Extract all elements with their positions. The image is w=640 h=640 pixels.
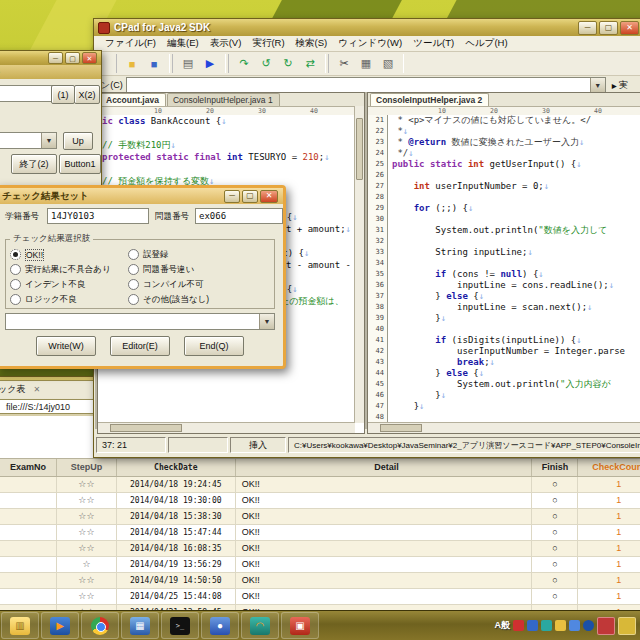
code-line: 31 System.out.println("数値を入力して [368,225,640,236]
media-player-icon[interactable]: ▶ [41,612,79,639]
code-line: 43 break;↓ [368,357,640,368]
menu-item-1[interactable]: 編集(E) [162,36,204,51]
compile-icon[interactable]: ▤ [178,54,198,73]
maximize-button[interactable]: ▢ [599,21,618,35]
cpad-titlebar[interactable]: CPad for Java2 SDK ─ ▢ ✕ [94,19,640,36]
left-editor-tabs: Account.java ConsoleInputHelper.java 1 [98,93,364,107]
app-icon [98,22,110,34]
cut-icon[interactable]: ✂ [334,54,354,73]
left-editor-vscrollbar[interactable] [354,106,364,423]
code-line [98,127,355,139]
ng-button[interactable]: X(2) [74,85,100,104]
blue-app-icon[interactable]: ● [201,612,239,639]
teal-app-icon[interactable]: ◠ [241,612,279,639]
tab-account-java[interactable]: Account.java [100,93,166,106]
tray-icon[interactable] [513,620,524,631]
network-computer-icon[interactable]: ▦ [121,612,159,639]
combo-dropdown-icon[interactable]: ▼ [590,78,605,92]
radio-left-1[interactable]: 実行結果に不具合あり [10,262,128,277]
database-combobox[interactable]: ▼ [0,132,57,149]
code-line: 34 [368,258,640,269]
open-folder-icon[interactable]: ■ [122,54,142,73]
copy-icon[interactable]: ▦ [356,54,376,73]
tray-icon[interactable] [583,620,594,631]
question-no-field[interactable]: ex066 [195,208,283,224]
up-button[interactable]: Up [63,132,93,150]
address-url: file:///S:/14jy010 [6,402,70,412]
taskbar-button[interactable] [618,617,636,635]
menu-item-7[interactable]: ヘルプ(H) [460,36,512,51]
check-count: 1 [578,557,640,572]
minimize-button[interactable]: ─ [48,52,63,64]
command-prompt-icon[interactable]: >_ [161,612,199,639]
menu-item-3[interactable]: 実行(R) [247,36,289,51]
dialog-titlebar[interactable]: チェック結果セット ─ ▢ ✕ [0,188,283,204]
right-editor-code[interactable]: 21 * <p>マイナスの値にも対応していません。</22 *↓23 * @re… [368,115,640,423]
command-combobox[interactable]: ▼ [126,77,606,93]
stepup-stars: ☆☆ [57,509,117,524]
button1[interactable]: Button1 [59,154,101,174]
write-button[interactable]: Write(W) [36,336,96,356]
cpad-app-icon[interactable]: ▣ [281,612,319,639]
close-button[interactable]: ✕ [82,52,97,64]
radio-right-3[interactable]: その他(該当なし) [128,292,270,307]
ime-indicator[interactable]: A般 [495,619,511,632]
menu-item-6[interactable]: ツール(T) [408,36,459,51]
step-over-icon[interactable]: ↺ [256,54,276,73]
step-return-icon[interactable]: ↻ [278,54,298,73]
tab-consoleinputhelper-1[interactable]: ConsoleInputHelper.java 1 [167,93,280,106]
database-outer-titlebar[interactable]: ─ ▢ ✕ [0,51,101,65]
run-label[interactable]: 実 [619,79,628,92]
code-line: 33 String inputLine;↓ [368,247,640,258]
explorer-icon[interactable]: ▥ [1,612,39,639]
left-editor-hscrollbar[interactable] [98,422,355,433]
step-into-icon[interactable]: ↷ [234,54,254,73]
code-line: 44 } else {↓ [368,368,640,379]
menu-item-2[interactable]: 表示(V) [205,36,247,51]
tab-close-icon[interactable]: ✕ [33,385,40,394]
tray-icon[interactable] [569,620,580,631]
database-id-field[interactable]: 0103 [0,85,55,102]
close-button[interactable]: ✕ [260,190,278,203]
right-editor-hscrollbar[interactable] [368,422,640,433]
student-id-field[interactable]: 14JY0103 [47,208,149,224]
insert-mode: 挿入 [230,437,286,453]
maximize-button[interactable]: ▢ [65,52,80,64]
radio-left-0[interactable]: OK!! [10,247,128,262]
table-row: 9☆☆2014/04/25 15:44:08OK!!○1 [0,589,640,605]
code-line: 29 for (;;) {↓ [368,203,640,214]
combo-dropdown-icon[interactable]: ▼ [259,314,274,329]
paste-icon[interactable]: ▧ [378,54,398,73]
ok-button[interactable]: (1) [51,85,75,104]
minimize-button[interactable]: ─ [224,190,240,203]
tray-icon[interactable] [555,620,566,631]
save-icon[interactable]: ■ [144,54,164,73]
menu-item-0[interactable]: ファイル(F) [100,36,161,51]
radio-left-3[interactable]: ロジック不良 [10,292,128,307]
end-button[interactable]: End(Q) [184,336,244,356]
menu-item-4[interactable]: 検索(S) [291,36,333,51]
chrome-icon[interactable] [81,612,119,639]
table-row: 4☆☆2014/04/18 15:38:30OK!!○1 [0,509,640,525]
close-button[interactable]: ✕ [620,21,639,35]
quit-button[interactable]: 終了(2) [11,154,57,174]
browser-tab[interactable]: ック表 ✕ [0,380,101,398]
radio-right-1[interactable]: 問題番号違い [128,262,270,277]
editor-button[interactable]: Editor(E) [110,336,170,356]
run-to-cursor-icon[interactable]: ⇄ [300,54,320,73]
radio-right-0[interactable]: 誤登録 [128,247,270,262]
run-icon[interactable]: ▶ [200,54,220,73]
radio-right-2[interactable]: コンパイル不可 [128,277,270,292]
table-row: 6☆☆2014/04/18 16:08:35OK!!○1 [0,541,640,557]
radio-left-2[interactable]: インデント不良 [10,277,128,292]
maximize-button[interactable]: ▢ [242,190,258,203]
comment-combobox[interactable]: ▼ [5,313,275,330]
radio-label: インデント不良 [25,279,86,291]
tray-icon[interactable] [527,620,538,631]
ruler-tick: 20 [206,107,214,115]
taskbar-button[interactable] [597,617,615,635]
minimize-button[interactable]: ─ [578,21,597,35]
menu-item-5[interactable]: ウィンドウ(W) [333,36,407,51]
tab-consoleinputhelper-2[interactable]: ConsoleInputHelper.java 2 [370,93,489,106]
tray-icon[interactable] [541,620,552,631]
